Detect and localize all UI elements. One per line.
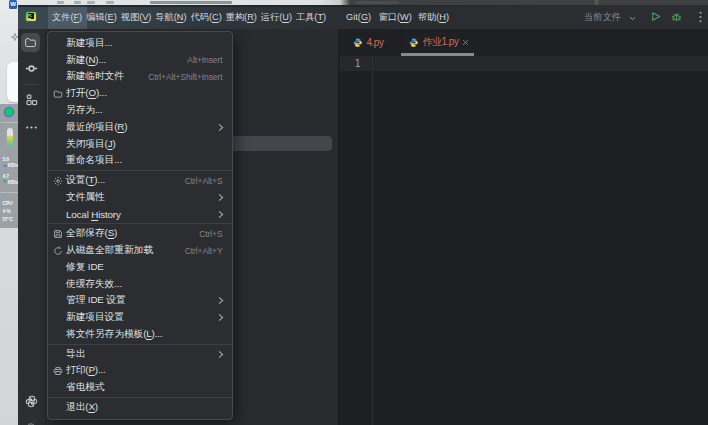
menu-item-right: [216, 313, 223, 322]
project-tool-button[interactable]: [21, 33, 40, 52]
run-config-selector[interactable]: 当前文件: [584, 5, 621, 29]
menu-item-新建临时文件[interactable]: 新建临时文件Ctrl+Alt+Shift+Insert: [48, 69, 232, 86]
menu-item-设置T[interactable]: 设置(T)...Ctrl+Alt+S: [48, 172, 232, 189]
menu-item-right: Ctrl+S: [199, 229, 222, 239]
menu-item-将文件另存为模板L[interactable]: 将文件另存为模板(L)...: [48, 326, 232, 343]
gauge-fill: [7, 136, 14, 147]
blurred-toolbar-icon: [106, 1, 114, 4]
menu-item-修复 IDE[interactable]: 修复 IDE: [48, 259, 232, 276]
menu-item-省电模式[interactable]: 省电模式: [48, 379, 232, 396]
menu-item-label: 修复 IDE: [66, 261, 104, 274]
menu-Git[interactable]: Git(G): [345, 5, 373, 29]
menu-窗口[interactable]: 窗口(W): [377, 5, 413, 29]
submenu-arrow-icon: [216, 193, 225, 202]
traffic-monitor-widget: 5.0 KB/s 4.7 KB/s CPU 4 % 57°C: [0, 104, 18, 228]
menu-item-新建项目设置[interactable]: 新建项目设置: [48, 309, 232, 326]
menu-编辑[interactable]: 编辑(E): [85, 5, 119, 29]
folder-icon: [53, 89, 66, 99]
menu-item-退出X[interactable]: 退出(X): [48, 399, 232, 416]
menu-item-label: 全部保存(S): [66, 227, 117, 240]
word-icon[interactable]: W: [9, 0, 17, 9]
menu-item-使缓存失效[interactable]: 使缓存失效...: [48, 276, 232, 293]
menu-运行[interactable]: 运行(U): [259, 5, 293, 29]
menu-重构[interactable]: 重构(R): [224, 5, 258, 29]
tab-zuoye1py[interactable]: 作业1.py: [401, 29, 474, 56]
menu-item-right: Alt+Insert: [187, 55, 222, 65]
editor-pane[interactable]: 1: [339, 56, 708, 425]
menu-item-管理 IDE 设置[interactable]: 管理 IDE 设置: [48, 293, 232, 310]
run-button[interactable]: [650, 11, 661, 22]
menu-视图[interactable]: 视图(V): [119, 5, 153, 29]
menu-item-新建项目[interactable]: 新建项目...: [48, 35, 232, 52]
menu-代码[interactable]: 代码(C): [189, 5, 223, 29]
menu-帮助[interactable]: 帮助(H): [416, 5, 450, 29]
submenu-arrow-icon: [216, 210, 225, 219]
menu-item-打开O[interactable]: 打开(O)...: [48, 85, 232, 102]
widget-divider: [1, 192, 18, 193]
menu-item-right: Ctrl+Alt+Shift+Insert: [148, 72, 222, 82]
menu-separator: [48, 223, 232, 224]
green-status-dot: [5, 108, 13, 116]
python-packages-button[interactable]: [25, 395, 38, 408]
menu-item-shortcut: Ctrl+Alt+S: [185, 176, 223, 186]
tab-4py[interactable]: 4.py: [339, 29, 400, 56]
menu-item-label: 使缓存失效...: [66, 278, 122, 291]
blurred-title-text: [150, 1, 232, 4]
python-file-icon: [409, 38, 419, 48]
menu-文件[interactable]: 文件(F): [48, 5, 87, 29]
menu-item-shortcut: Ctrl+S: [199, 229, 222, 239]
menu-item-全部保存S[interactable]: 全部保存(S)Ctrl+S: [48, 225, 232, 242]
refresh-icon: [53, 246, 66, 256]
editor-region: 4.py 作业1.py 1: [338, 29, 708, 425]
menu-item-另存为[interactable]: 另存为...: [48, 102, 232, 119]
editor-tab-bar: 4.py 作业1.py: [339, 29, 708, 56]
line-number: 1: [339, 56, 361, 72]
menu-item-从磁盘全部重新加载[interactable]: 从磁盘全部重新加载Ctrl+Alt+Y: [48, 242, 232, 259]
more-actions-kebab-icon[interactable]: [698, 11, 703, 23]
structure-tool-button[interactable]: [25, 93, 38, 106]
download-arrow-icon: [3, 180, 7, 183]
menu-item-文件属性[interactable]: 文件属性: [48, 189, 232, 206]
menu-item-shortcut: Ctrl+Alt+Y: [185, 246, 223, 256]
menu-导航[interactable]: 导航(N): [154, 5, 188, 29]
menu-item-关闭项目J[interactable]: 关闭项目(J): [48, 136, 232, 153]
menu-item-label: 新建临时文件: [66, 70, 124, 83]
menu-item-right: [216, 296, 223, 305]
pycharm-logo-icon[interactable]: [26, 12, 36, 22]
main-menu-bar: 文件(F)编辑(E)视图(V)导航(N)代码(C)重构(R)运行(U)工具(T)…: [51, 5, 451, 29]
menu-item-shortcut: Ctrl+Alt+Shift+Insert: [148, 72, 222, 82]
blurred-toolbar-icon: [57, 1, 64, 4]
tab-close-icon[interactable]: [462, 39, 469, 46]
menu-item-label: 打印(P)...: [66, 364, 106, 377]
python-file-icon: [353, 38, 363, 48]
menu-item-新建N[interactable]: 新建(N)...Alt+Insert: [48, 52, 232, 69]
blurred-toolbar-icon: [74, 1, 81, 4]
net-unit-label: KB/s: [8, 162, 19, 168]
commit-tool-button[interactable]: [25, 62, 38, 75]
chevron-down-icon[interactable]: [629, 15, 636, 22]
more-tool-windows-button[interactable]: [25, 121, 38, 134]
menu-item-right: [216, 193, 223, 202]
menu-item-label: 省电模式: [66, 381, 105, 394]
title-bar: 文件(F)编辑(E)视图(V)导航(N)代码(C)重构(R)运行(U)工具(T)…: [18, 5, 708, 29]
menu-item-重命名项目[interactable]: 重命名项目...: [48, 153, 232, 170]
menu-item-打印P[interactable]: 打印(P)...: [48, 362, 232, 379]
menu-item-right: [216, 350, 223, 359]
debug-button[interactable]: [671, 11, 682, 23]
menu-item-label: 管理 IDE 设置: [66, 294, 126, 307]
gutter-separator: [372, 56, 373, 425]
menu-item-label: 关闭项目(J): [66, 138, 116, 151]
menu-item-最近的项目R[interactable]: 最近的项目(R): [48, 119, 232, 136]
python-console-button[interactable]: [25, 421, 38, 425]
printer-icon: [53, 366, 66, 376]
menu-item-导出[interactable]: 导出: [48, 346, 232, 363]
menu-item-label: 文件属性: [66, 191, 105, 204]
menu-item-label: 将文件另存为模板(L)...: [66, 328, 162, 341]
menu-item-label: 从磁盘全部重新加载: [66, 244, 153, 257]
floppy-icon: [53, 229, 66, 239]
menu-item-Local History[interactable]: Local History: [48, 206, 232, 223]
submenu-arrow-icon: [216, 296, 225, 305]
menu-item-right: Ctrl+Alt+Y: [185, 246, 223, 256]
menu-工具[interactable]: 工具(T): [294, 5, 327, 29]
stripe-separator: [23, 84, 40, 85]
